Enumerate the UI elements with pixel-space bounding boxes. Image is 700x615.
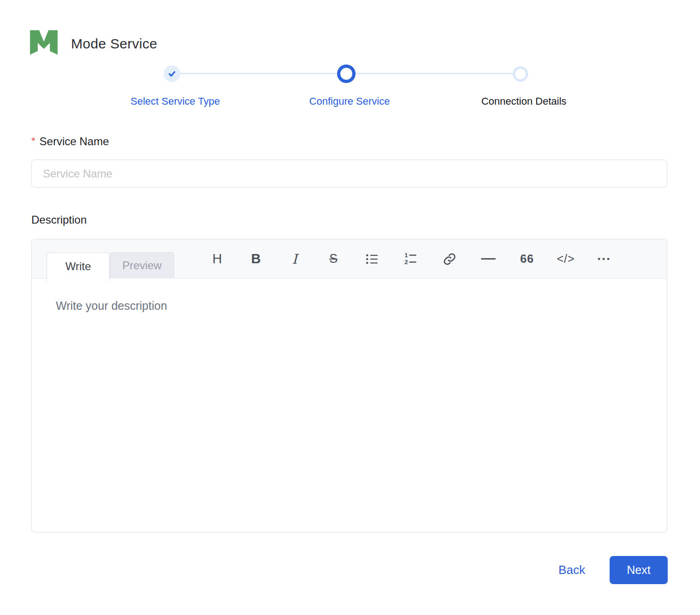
step-2-active-indicator[interactable] — [337, 65, 356, 83]
service-name-label: *Service Name — [31, 134, 109, 149]
page: Mode Service Select Service Type Configu… — [0, 0, 700, 615]
italic-icon[interactable]: I — [284, 248, 306, 270]
ordered-list-icon[interactable]: 1 2 — [400, 248, 422, 270]
toolbar-buttons: H B I S 1 2 — [206, 239, 632, 278]
step-label-connection-details[interactable]: Connection Details — [452, 95, 595, 108]
service-name-input[interactable] — [31, 160, 667, 188]
code-icon[interactable]: </> — [555, 248, 577, 270]
description-input[interactable] — [32, 279, 667, 532]
back-button[interactable]: Back — [546, 563, 597, 577]
unordered-list-icon[interactable] — [361, 248, 383, 270]
description-label: Description — [31, 213, 87, 227]
service-name-label-text: Service Name — [40, 135, 109, 148]
check-icon — [167, 69, 177, 78]
link-icon[interactable] — [439, 248, 461, 270]
tab-preview[interactable]: Preview — [110, 252, 174, 278]
step-label-configure-service[interactable]: Configure Service — [278, 95, 421, 108]
bold-icon[interactable]: B — [245, 248, 267, 270]
strikethrough-icon[interactable]: S — [322, 248, 344, 270]
step-1-completed-indicator[interactable] — [164, 65, 180, 82]
svg-text:1: 1 — [404, 252, 408, 259]
horizontal-rule-icon[interactable] — [477, 248, 499, 270]
page-title: Mode Service — [71, 35, 157, 53]
more-icon[interactable]: ••• — [593, 248, 616, 270]
required-marker: * — [31, 135, 36, 147]
mode-logo-icon — [30, 29, 58, 56]
tab-write[interactable]: Write — [47, 252, 110, 281]
step-label-select-service-type[interactable]: Select Service Type — [104, 95, 247, 108]
svg-text:2: 2 — [404, 259, 408, 266]
editor-toolbar: Write Preview H B I S 1 — [32, 239, 667, 278]
quote-icon[interactable]: 66 — [516, 248, 538, 270]
next-button[interactable]: Next — [610, 556, 668, 584]
description-editor: Write Preview H B I S 1 — [31, 239, 667, 532]
step-3-upcoming-indicator[interactable] — [513, 66, 528, 82]
heading-icon[interactable]: H — [206, 248, 228, 270]
